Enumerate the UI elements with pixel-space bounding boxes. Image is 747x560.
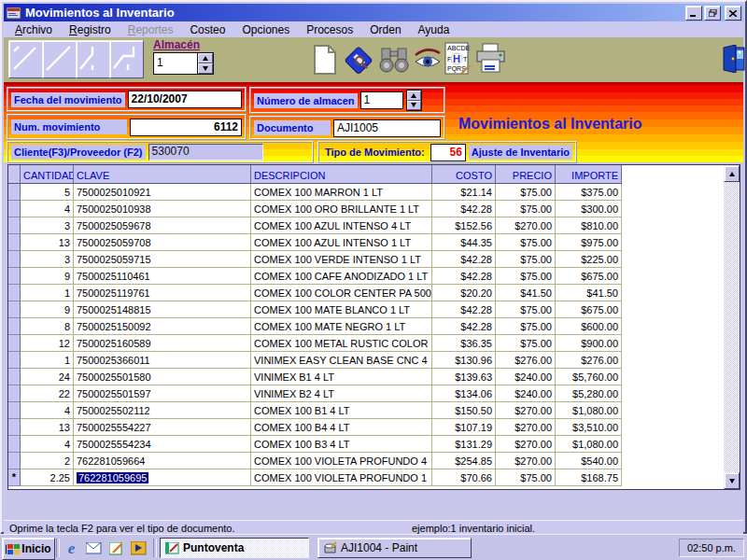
cell[interactable]: 2.25	[21, 469, 74, 486]
task-paint[interactable]: AJI1004 - Paint	[317, 538, 472, 558]
cell[interactable]: $168.75	[556, 469, 622, 486]
table-row[interactable]: 17500025366011VINIMEX EASY CLEAN BASE CN…	[8, 352, 740, 369]
cell[interactable]: 9	[21, 301, 74, 318]
restore-button[interactable]	[704, 6, 721, 21]
menu-costeo[interactable]: Costeo	[181, 22, 233, 37]
menu-procesos[interactable]: Procesos	[298, 22, 361, 37]
cell[interactable]: $42.28	[432, 301, 496, 318]
tipo-movimiento-input[interactable]: 56	[430, 144, 466, 161]
eye-icon[interactable]	[412, 48, 444, 76]
cell[interactable]: 22	[21, 385, 74, 402]
cell[interactable]: $5,280.00	[556, 385, 622, 402]
scroll-track[interactable]	[724, 182, 740, 472]
table-row[interactable]: 57500025010921COMEX 100 MARRON 1 LT$21.1…	[8, 184, 740, 201]
cell[interactable]: $75.00	[496, 201, 556, 217]
cell[interactable]: $70.66	[432, 469, 496, 486]
table-row[interactable]: 37500025059678COMEX 100 AZUL INTENSO 4 L…	[8, 217, 740, 234]
cell[interactable]: $270.00	[496, 436, 556, 453]
almacen-spinner[interactable]: 1	[153, 52, 214, 75]
cell[interactable]: $42.28	[432, 201, 496, 217]
col-header-clave[interactable]: CLAVE	[74, 165, 251, 184]
table-row[interactable]: 17500025119761COMEX 100 COLOR CENTER PA …	[8, 285, 740, 301]
scroll-down-icon[interactable]	[724, 472, 740, 489]
cell[interactable]: VINIMEX B2 4 LT	[251, 385, 432, 402]
cell[interactable]: $41.50	[556, 285, 622, 301]
cell[interactable]: 7500025554234	[74, 436, 251, 453]
cell[interactable]: 7500025366011	[74, 352, 251, 369]
cell[interactable]: COMEX 100 COLOR CENTER PA 500	[251, 285, 432, 301]
cell[interactable]: $44.35	[432, 234, 496, 251]
cell[interactable]: $75.00	[496, 301, 556, 318]
cell[interactable]: 24	[21, 369, 74, 385]
cell[interactable]: $152.56	[432, 217, 496, 234]
system-tray-clock[interactable]: 02:50 p.m.	[679, 539, 744, 557]
cell[interactable]: COMEX 100 VIOLETA PROFUNDO 4	[251, 453, 432, 469]
cell[interactable]: $225.00	[556, 251, 622, 268]
cell[interactable]: $42.28	[432, 251, 496, 268]
table-row[interactable]: 137500025059708COMEX 100 AZUL INTENSO 1 …	[8, 234, 740, 251]
table-row[interactable]: 47500025010938COMEX 100 ORO BRILLANTE 1 …	[8, 201, 740, 217]
table-row[interactable]: *2.25762281059695COMEX 100 VIOLETA PROFU…	[8, 469, 740, 486]
internet-explorer-icon[interactable]: e	[62, 539, 81, 558]
table-row[interactable]: 97500025110461COMEX 100 CAFE ANODIZADO 1…	[8, 268, 740, 285]
cell[interactable]: COMEX 100 B1 4 LT	[251, 402, 432, 419]
cell[interactable]: COMEX 100 VIOLETA PROFUNDO 1	[251, 469, 432, 486]
outlook-mail-icon[interactable]	[84, 539, 104, 558]
save-search-icon[interactable]	[342, 43, 375, 80]
fecha-input[interactable]: 22/10/2007	[128, 91, 242, 108]
minimize-button[interactable]	[685, 6, 702, 21]
new-document-icon[interactable]	[313, 45, 337, 78]
cell[interactable]: $240.00	[496, 385, 556, 402]
cell[interactable]: $900.00	[556, 335, 622, 352]
col-header-precio[interactable]: PRECIO	[496, 165, 556, 184]
cell[interactable]: 762281059664	[74, 453, 251, 469]
cell[interactable]: 762281059695	[74, 469, 251, 486]
cell[interactable]: COMEX 100 VERDE INTENSO 1 LT	[251, 251, 432, 268]
col-header-costo[interactable]: COSTO	[432, 165, 496, 184]
cell[interactable]: $1,080.00	[556, 402, 622, 419]
cell[interactable]: $975.00	[556, 234, 622, 251]
fonts-icon[interactable]: ABCDE F H T PQRS	[444, 42, 471, 79]
cell[interactable]: $75.00	[496, 469, 556, 486]
cell[interactable]: $276.00	[496, 352, 556, 369]
cell[interactable]: $270.00	[496, 402, 556, 419]
cell[interactable]: $150.50	[432, 402, 496, 419]
cell[interactable]: $3,510.00	[556, 419, 622, 436]
table-row[interactable]: 37500025059715COMEX 100 VERDE INTENSO 1 …	[8, 251, 740, 268]
cell[interactable]: $36.35	[432, 335, 496, 352]
cell[interactable]: 7500025148815	[74, 301, 251, 318]
num-almacen-spinner[interactable]	[406, 90, 422, 111]
col-header-descripcion[interactable]: DESCRIPCION	[251, 165, 432, 184]
cell[interactable]: 2	[21, 453, 74, 469]
table-row[interactable]: 227500025501597VINIMEX B2 4 LT$134.06$24…	[8, 385, 740, 402]
cell[interactable]: 7500025160589	[74, 335, 251, 352]
task-puntoventa[interactable]: Puntoventa	[160, 538, 309, 558]
spin-down-icon[interactable]	[198, 63, 213, 74]
cell[interactable]: 8	[21, 318, 74, 335]
cell[interactable]: COMEX 100 AZUL INTENSO 4 LT	[251, 217, 432, 234]
vertical-scrollbar[interactable]	[724, 165, 740, 489]
spin-up-icon[interactable]	[407, 91, 421, 101]
cell[interactable]: 7500025110461	[74, 268, 251, 285]
cell[interactable]: 4	[21, 402, 74, 419]
cell[interactable]: $42.28	[432, 268, 496, 285]
title-bar[interactable]: Movimientos al Inventario	[4, 4, 743, 21]
cell[interactable]: $300.00	[556, 201, 622, 217]
cell[interactable]: $130.96	[432, 352, 496, 369]
media-player-icon[interactable]	[129, 539, 148, 558]
cell[interactable]: 7500025554227	[74, 419, 251, 436]
col-header-cantidad[interactable]: CANTIDAD	[21, 165, 74, 184]
cell[interactable]: 4	[21, 436, 74, 453]
start-button[interactable]: Inicio	[2, 538, 55, 560]
num-almacen-input[interactable]: 1	[360, 91, 403, 109]
nav-first-button[interactable]	[8, 40, 43, 78]
cell[interactable]: 7500025059715	[74, 251, 251, 268]
cell[interactable]: $134.06	[432, 385, 496, 402]
scroll-up-icon[interactable]	[724, 165, 740, 182]
cell[interactable]: COMEX 100 B3 4 LT	[251, 436, 432, 453]
cell[interactable]: 9	[21, 268, 74, 285]
cell[interactable]: 7500025059678	[74, 217, 251, 234]
cell[interactable]: $675.00	[556, 268, 622, 285]
exit-door-icon[interactable]	[722, 45, 745, 77]
cell[interactable]: 3	[21, 251, 74, 268]
